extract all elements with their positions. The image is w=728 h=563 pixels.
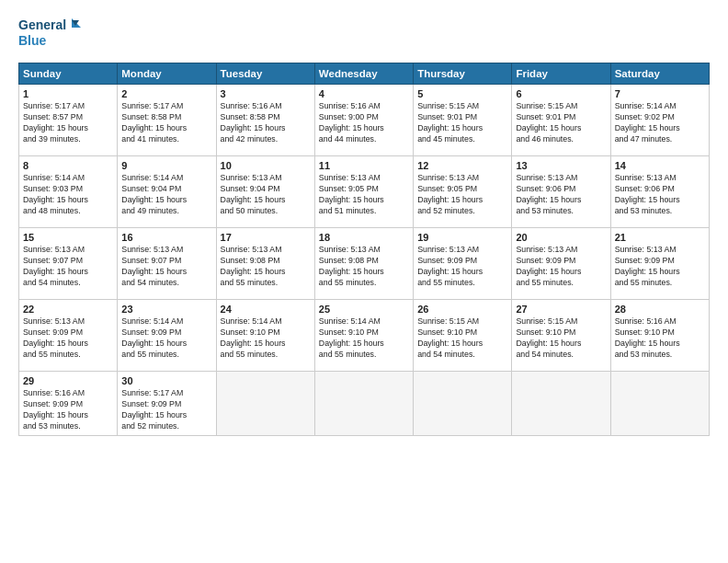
day-number: 10 xyxy=(221,160,311,171)
day-number: 12 xyxy=(417,160,507,171)
cell-details: Sunrise: 5:13 AM Sunset: 9:06 PM Dayligh… xyxy=(516,173,606,217)
day-number: 25 xyxy=(319,304,409,315)
header-sunday: Sunday xyxy=(19,63,118,85)
day-number: 13 xyxy=(516,160,606,171)
day-number: 3 xyxy=(221,88,311,99)
calendar-cell xyxy=(610,372,709,436)
calendar-cell: 2Sunrise: 5:17 AM Sunset: 8:58 PM Daylig… xyxy=(118,85,216,156)
header-thursday: Thursday xyxy=(414,63,512,85)
calendar-table: SundayMondayTuesdayWednesdayThursdayFrid… xyxy=(18,63,710,436)
day-number: 5 xyxy=(417,88,507,99)
day-number: 6 xyxy=(516,88,606,99)
calendar-cell xyxy=(512,372,610,436)
svg-text:General: General xyxy=(18,17,66,32)
logo-svg: General Blue xyxy=(18,15,83,53)
calendar-cell xyxy=(314,372,413,436)
calendar-week-3: 15Sunrise: 5:13 AM Sunset: 9:07 PM Dayli… xyxy=(19,228,710,300)
cell-details: Sunrise: 5:13 AM Sunset: 9:09 PM Dayligh… xyxy=(23,316,113,361)
day-number: 21 xyxy=(615,232,705,243)
day-number: 20 xyxy=(516,232,606,243)
calendar-cell: 19Sunrise: 5:13 AM Sunset: 9:09 PM Dayli… xyxy=(414,228,512,300)
cell-details: Sunrise: 5:16 AM Sunset: 9:10 PM Dayligh… xyxy=(615,316,705,361)
page-header: General Blue xyxy=(18,15,710,53)
header-wednesday: Wednesday xyxy=(314,63,413,85)
day-number: 27 xyxy=(516,304,606,315)
day-number: 29 xyxy=(23,375,113,386)
day-number: 22 xyxy=(23,304,113,315)
calendar-cell: 23Sunrise: 5:14 AM Sunset: 9:09 PM Dayli… xyxy=(118,300,216,372)
day-number: 7 xyxy=(615,88,705,99)
header-saturday: Saturday xyxy=(610,63,709,85)
calendar-cell: 1Sunrise: 5:17 AM Sunset: 8:57 PM Daylig… xyxy=(19,85,118,156)
day-number: 23 xyxy=(121,304,211,315)
cell-details: Sunrise: 5:13 AM Sunset: 9:08 PM Dayligh… xyxy=(319,245,409,289)
calendar-cell: 7Sunrise: 5:14 AM Sunset: 9:02 PM Daylig… xyxy=(610,85,709,156)
cell-details: Sunrise: 5:17 AM Sunset: 9:09 PM Dayligh… xyxy=(121,388,211,432)
cell-details: Sunrise: 5:15 AM Sunset: 9:01 PM Dayligh… xyxy=(516,101,606,145)
day-number: 28 xyxy=(615,304,705,315)
calendar-cell xyxy=(414,372,512,436)
calendar-cell: 25Sunrise: 5:14 AM Sunset: 9:10 PM Dayli… xyxy=(314,300,413,372)
calendar-cell: 24Sunrise: 5:14 AM Sunset: 9:10 PM Dayli… xyxy=(216,300,314,372)
calendar-cell: 13Sunrise: 5:13 AM Sunset: 9:06 PM Dayli… xyxy=(512,156,610,228)
calendar-cell: 14Sunrise: 5:13 AM Sunset: 9:06 PM Dayli… xyxy=(610,156,709,228)
cell-details: Sunrise: 5:16 AM Sunset: 8:58 PM Dayligh… xyxy=(221,101,311,145)
cell-details: Sunrise: 5:14 AM Sunset: 9:09 PM Dayligh… xyxy=(121,316,211,361)
calendar-cell: 18Sunrise: 5:13 AM Sunset: 9:08 PM Dayli… xyxy=(314,228,413,300)
calendar-cell: 20Sunrise: 5:13 AM Sunset: 9:09 PM Dayli… xyxy=(512,228,610,300)
calendar-cell xyxy=(216,372,314,436)
day-number: 1 xyxy=(23,88,113,99)
day-number: 30 xyxy=(121,375,211,386)
day-number: 9 xyxy=(121,160,211,171)
svg-text:Blue: Blue xyxy=(18,33,47,48)
cell-details: Sunrise: 5:13 AM Sunset: 9:08 PM Dayligh… xyxy=(221,245,311,289)
calendar-header-row: SundayMondayTuesdayWednesdayThursdayFrid… xyxy=(19,63,710,85)
cell-details: Sunrise: 5:13 AM Sunset: 9:04 PM Dayligh… xyxy=(221,173,311,217)
calendar-cell: 11Sunrise: 5:13 AM Sunset: 9:05 PM Dayli… xyxy=(314,156,413,228)
cell-details: Sunrise: 5:15 AM Sunset: 9:10 PM Dayligh… xyxy=(516,316,606,361)
calendar-cell: 10Sunrise: 5:13 AM Sunset: 9:04 PM Dayli… xyxy=(216,156,314,228)
day-number: 2 xyxy=(121,88,211,99)
cell-details: Sunrise: 5:13 AM Sunset: 9:07 PM Dayligh… xyxy=(23,245,113,289)
cell-details: Sunrise: 5:13 AM Sunset: 9:05 PM Dayligh… xyxy=(319,173,409,217)
cell-details: Sunrise: 5:14 AM Sunset: 9:10 PM Dayligh… xyxy=(221,316,311,361)
calendar-cell: 27Sunrise: 5:15 AM Sunset: 9:10 PM Dayli… xyxy=(512,300,610,372)
cell-details: Sunrise: 5:15 AM Sunset: 9:10 PM Dayligh… xyxy=(417,316,507,361)
calendar-cell: 16Sunrise: 5:13 AM Sunset: 9:07 PM Dayli… xyxy=(118,228,216,300)
day-number: 18 xyxy=(319,232,409,243)
calendar-cell: 3Sunrise: 5:16 AM Sunset: 8:58 PM Daylig… xyxy=(216,85,314,156)
calendar-week-4: 22Sunrise: 5:13 AM Sunset: 9:09 PM Dayli… xyxy=(19,300,710,372)
cell-details: Sunrise: 5:17 AM Sunset: 8:58 PM Dayligh… xyxy=(121,101,211,145)
day-number: 26 xyxy=(417,304,507,315)
calendar-week-5: 29Sunrise: 5:16 AM Sunset: 9:09 PM Dayli… xyxy=(19,372,710,436)
cell-details: Sunrise: 5:14 AM Sunset: 9:04 PM Dayligh… xyxy=(121,173,211,217)
header-tuesday: Tuesday xyxy=(216,63,314,85)
calendar-cell: 4Sunrise: 5:16 AM Sunset: 9:00 PM Daylig… xyxy=(314,85,413,156)
day-number: 4 xyxy=(319,88,409,99)
calendar-cell: 9Sunrise: 5:14 AM Sunset: 9:04 PM Daylig… xyxy=(118,156,216,228)
calendar-cell: 30Sunrise: 5:17 AM Sunset: 9:09 PM Dayli… xyxy=(118,372,216,436)
header-monday: Monday xyxy=(118,63,216,85)
cell-details: Sunrise: 5:15 AM Sunset: 9:01 PM Dayligh… xyxy=(417,101,507,145)
cell-details: Sunrise: 5:13 AM Sunset: 9:09 PM Dayligh… xyxy=(417,245,507,289)
day-number: 24 xyxy=(221,304,311,315)
cell-details: Sunrise: 5:16 AM Sunset: 9:09 PM Dayligh… xyxy=(23,388,113,432)
calendar-cell: 26Sunrise: 5:15 AM Sunset: 9:10 PM Dayli… xyxy=(414,300,512,372)
day-number: 17 xyxy=(221,232,311,243)
day-number: 8 xyxy=(23,160,113,171)
cell-details: Sunrise: 5:13 AM Sunset: 9:06 PM Dayligh… xyxy=(615,173,705,217)
calendar-cell: 29Sunrise: 5:16 AM Sunset: 9:09 PM Dayli… xyxy=(19,372,118,436)
logo: General Blue xyxy=(18,15,83,53)
cell-details: Sunrise: 5:13 AM Sunset: 9:09 PM Dayligh… xyxy=(516,245,606,289)
calendar-cell: 22Sunrise: 5:13 AM Sunset: 9:09 PM Dayli… xyxy=(19,300,118,372)
calendar-cell: 6Sunrise: 5:15 AM Sunset: 9:01 PM Daylig… xyxy=(512,85,610,156)
day-number: 11 xyxy=(319,160,409,171)
calendar-cell: 5Sunrise: 5:15 AM Sunset: 9:01 PM Daylig… xyxy=(414,85,512,156)
calendar-cell: 8Sunrise: 5:14 AM Sunset: 9:03 PM Daylig… xyxy=(19,156,118,228)
cell-details: Sunrise: 5:13 AM Sunset: 9:05 PM Dayligh… xyxy=(417,173,507,217)
cell-details: Sunrise: 5:13 AM Sunset: 9:09 PM Dayligh… xyxy=(615,245,705,289)
calendar-cell: 15Sunrise: 5:13 AM Sunset: 9:07 PM Dayli… xyxy=(19,228,118,300)
calendar-cell: 28Sunrise: 5:16 AM Sunset: 9:10 PM Dayli… xyxy=(610,300,709,372)
cell-details: Sunrise: 5:13 AM Sunset: 9:07 PM Dayligh… xyxy=(121,245,211,289)
calendar-week-1: 1Sunrise: 5:17 AM Sunset: 8:57 PM Daylig… xyxy=(19,85,710,156)
